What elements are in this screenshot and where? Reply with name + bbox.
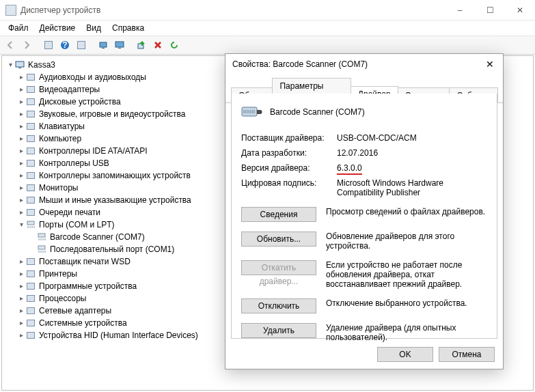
tree-device-label: Последовательный порт (COM1) (50, 243, 174, 255)
tree-category-label: Видеоадаптеры (39, 83, 100, 96)
dialog-footer: OK Отмена (377, 347, 495, 362)
expand-icon[interactable]: ▸ (17, 208, 25, 216)
category-icon (25, 268, 36, 279)
computer-icon (14, 59, 25, 70)
properties-icon[interactable] (74, 38, 89, 53)
expand-icon[interactable]: ▸ (17, 135, 25, 143)
tree-category-label: Мыши и иные указывающие устройства (39, 194, 191, 206)
rollback-driver-button: Откатить драйвер... (241, 260, 316, 275)
tree-category-label: Контроллеры IDE ATA/ATAPI (39, 145, 148, 157)
dialog-close-button[interactable]: ✕ (478, 55, 502, 74)
expand-icon[interactable]: ▸ (17, 184, 25, 192)
ok-button[interactable]: OK (377, 347, 433, 362)
expand-icon[interactable]: ▸ (17, 159, 25, 167)
nav-back-icon[interactable] (3, 38, 18, 53)
scan-hardware-icon[interactable] (134, 38, 149, 53)
show-tree-icon[interactable] (41, 38, 56, 53)
menu-file[interactable]: Файл (3, 22, 34, 34)
svg-rect-9 (27, 221, 34, 225)
category-icon (25, 305, 36, 316)
category-icon (25, 72, 36, 83)
tree-category-label: Дисковые устройства (39, 96, 121, 108)
svg-rect-4 (115, 42, 124, 47)
tree-category-label: Программные устройства (39, 280, 137, 292)
update-driver-icon[interactable] (167, 38, 182, 53)
expand-icon[interactable]: ▸ (17, 85, 25, 94)
svg-rect-11 (38, 246, 45, 249)
driver-details-desc: Просмотр сведений о файлах драйверов. (326, 207, 487, 216)
expand-icon[interactable]: ▸ (17, 110, 25, 118)
category-icon (25, 133, 36, 144)
expand-icon[interactable]: ▸ (17, 270, 25, 278)
uninstall-driver-desc: Удаление драйвера (для опытных пользоват… (326, 323, 487, 342)
window-title: Диспетчер устройств (20, 5, 445, 15)
expand-icon[interactable]: ▸ (17, 331, 25, 339)
disable-device-button[interactable]: Отключить (241, 298, 316, 313)
tree-category-label: Очереди печати (39, 206, 100, 219)
monitor-small-icon[interactable] (96, 38, 111, 53)
nav-forward-icon[interactable] (19, 38, 34, 53)
category-icon (25, 121, 36, 132)
vendor-value: USB-COM-CDC/ACM (337, 133, 487, 143)
category-icon (25, 195, 36, 206)
expand-icon[interactable]: ▸ (17, 73, 25, 81)
properties-dialog: Свойства: Barcode Scanner (COM7) ✕ Общие… (225, 53, 504, 369)
update-driver-button[interactable]: Обновить... (241, 232, 316, 247)
cancel-button[interactable]: Отмена (439, 347, 495, 362)
expand-icon[interactable]: ▸ (17, 319, 25, 327)
minimize-button[interactable]: – (445, 0, 475, 20)
menu-action[interactable]: Действие (34, 22, 81, 34)
port-icon (36, 244, 47, 255)
category-icon (25, 293, 36, 304)
update-driver-desc: Обновление драйверов для этого устройств… (326, 232, 487, 251)
monitor-large-icon[interactable] (112, 38, 127, 53)
category-icon (25, 182, 36, 193)
svg-rect-2 (100, 42, 107, 47)
tree-category-label: Сетевые адаптеры (39, 305, 111, 317)
tree-category-label: Поставщик печати WSD (39, 255, 131, 268)
close-button[interactable]: ✕ (505, 0, 535, 20)
expand-icon[interactable]: ▸ (17, 282, 25, 290)
category-icon (25, 318, 36, 328)
expand-icon[interactable]: ▸ (17, 171, 25, 180)
expand-icon[interactable]: ▸ (17, 196, 25, 204)
expand-icon[interactable]: ▾ (17, 221, 25, 229)
expand-icon[interactable]: ▾ (6, 61, 14, 69)
expand-icon[interactable]: ▸ (17, 147, 25, 155)
expand-icon[interactable]: ▸ (17, 122, 25, 130)
driver-details-button[interactable]: Сведения (241, 207, 316, 222)
dialog-titlebar[interactable]: Свойства: Barcode Scanner (COM7) ✕ (225, 54, 503, 74)
menu-help[interactable]: Справка (107, 22, 150, 34)
help-icon[interactable]: ? (57, 38, 72, 53)
category-icon (25, 207, 36, 218)
tree-category-label: Устройства HID (Human Interface Devices) (39, 329, 198, 341)
toolbar-separator (36, 38, 40, 53)
svg-rect-7 (16, 61, 24, 67)
signature-value: Microsoft Windows Hardware Compatibility… (337, 178, 487, 197)
expand-icon[interactable]: ▸ (17, 98, 25, 106)
menubar: Файл Действие Вид Справка (0, 20, 535, 36)
device-name: Barcode Scanner (COM7) (270, 107, 365, 117)
toolbar-separator (90, 38, 94, 53)
version-label: Версия драйвера: (241, 163, 337, 173)
date-label: Дата разработки: (241, 148, 337, 158)
tree-category-label: Порты (COM и LPT) (39, 219, 115, 231)
maximize-button[interactable]: ☐ (475, 0, 505, 20)
tree-category-label: Контроллеры запоминающих устройств (39, 169, 191, 182)
category-icon (25, 109, 36, 120)
svg-rect-3 (102, 48, 105, 48)
uninstall-driver-button[interactable]: Удалить (241, 323, 316, 338)
expand-icon[interactable]: ▸ (17, 294, 25, 303)
svg-text:?: ? (62, 40, 67, 50)
tree-category-label: Процессоры (39, 292, 87, 305)
expand-icon[interactable]: ▸ (17, 307, 25, 315)
uninstall-icon[interactable] (150, 38, 165, 53)
toolbar: ? (0, 36, 535, 55)
titlebar: Диспетчер устройств – ☐ ✕ (0, 0, 535, 20)
expand-icon[interactable]: ▸ (17, 257, 25, 266)
menu-view[interactable]: Вид (81, 22, 107, 34)
category-icon (25, 84, 36, 95)
dialog-title: Свойства: Barcode Scanner (COM7) (232, 59, 478, 69)
tree-category-label: Мониторы (39, 182, 78, 194)
rollback-driver-desc: Если устройство не работает после обновл… (326, 260, 487, 289)
